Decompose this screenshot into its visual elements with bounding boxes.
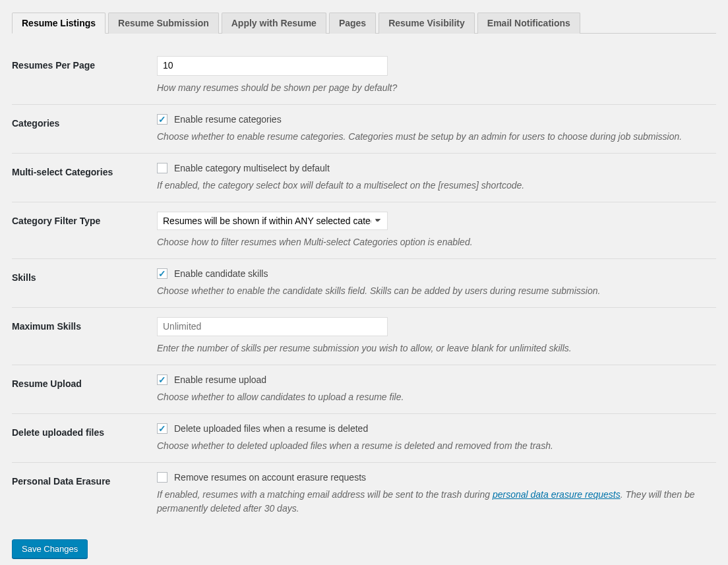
max-skills-label: Maximum Skills [12, 307, 157, 365]
tab-apply-with-resume[interactable]: Apply with Resume [222, 13, 326, 34]
erasure-description: If enabled, resumes with a matching emai… [157, 488, 716, 516]
filter-type-label: Category Filter Type [12, 202, 157, 258]
tab-resume-visibility[interactable]: Resume Visibility [379, 13, 475, 34]
skills-description: Choose whether to enable the candidate s… [157, 284, 716, 298]
filter-type-select[interactable]: Resumes will be shown if within ANY sele… [157, 212, 388, 230]
categories-checkbox[interactable] [157, 114, 167, 125]
delete-files-description: Choose whether to deleted uploaded files… [157, 439, 716, 453]
multiselect-checkbox-label: Enable category multiselect by default [174, 163, 330, 173]
tab-pages[interactable]: Pages [329, 13, 376, 34]
erasure-label: Personal Data Erasure [12, 463, 157, 525]
tab-resume-listings[interactable]: Resume Listings [12, 13, 106, 34]
per-page-label: Resumes Per Page [12, 47, 157, 104]
erasure-checkbox[interactable] [157, 472, 167, 483]
skills-checkbox[interactable] [157, 268, 167, 279]
upload-label: Resume Upload [12, 365, 157, 414]
multiselect-label: Multi-select Categories [12, 153, 157, 202]
multiselect-checkbox[interactable] [157, 163, 167, 173]
delete-files-checkbox-label: Delete uploaded files when a resume is d… [174, 423, 368, 434]
upload-checkbox[interactable] [157, 374, 167, 385]
per-page-input[interactable] [157, 56, 388, 76]
delete-files-checkbox[interactable] [157, 423, 167, 434]
erasure-checkbox-label: Remove resumes on account erasure reques… [174, 472, 366, 483]
erasure-requests-link[interactable]: personal data erasure requests [493, 489, 621, 500]
categories-label: Categories [12, 104, 157, 153]
per-page-description: How many resumes should be shown per pag… [157, 81, 716, 95]
upload-description: Choose whether to allow candidates to up… [157, 390, 716, 404]
filter-type-description: Choose how to filter resumes when Multi-… [157, 235, 716, 249]
settings-form: Resumes Per Page How many resumes should… [12, 47, 716, 525]
multiselect-description: If enabled, the category select box will… [157, 179, 716, 193]
settings-tabs: Resume Listings Resume Submission Apply … [12, 12, 716, 34]
categories-description: Choose whether to enable resume categori… [157, 130, 716, 144]
save-button[interactable]: Save Changes [12, 539, 88, 558]
max-skills-input[interactable] [157, 317, 388, 337]
max-skills-description: Enter the number of skills per resume su… [157, 342, 716, 355]
categories-checkbox-label: Enable resume categories [174, 114, 282, 125]
skills-checkbox-label: Enable candidate skills [174, 268, 268, 279]
delete-files-label: Delete uploaded files [12, 414, 157, 463]
tab-email-notifications[interactable]: Email Notifications [477, 13, 580, 34]
tab-resume-submission[interactable]: Resume Submission [108, 13, 219, 34]
upload-checkbox-label: Enable resume upload [174, 374, 266, 385]
skills-label: Skills [12, 258, 157, 307]
